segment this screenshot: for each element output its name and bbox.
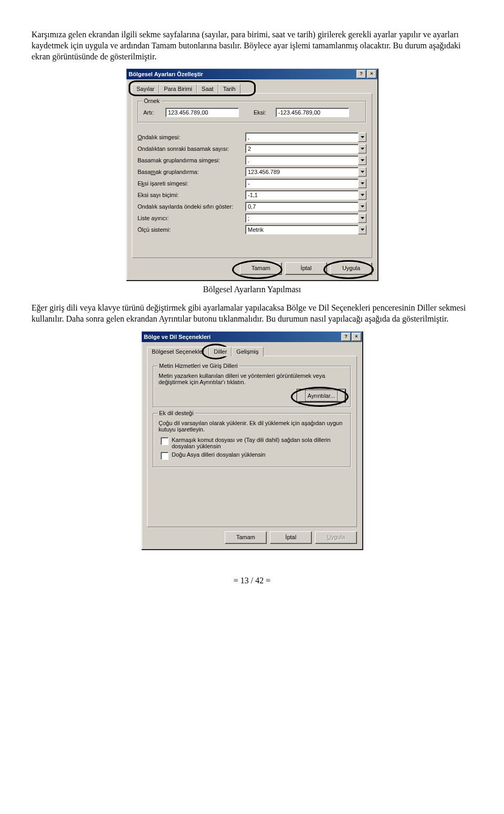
digit-grouping-label: Basamak gruplandırma:	[138, 169, 245, 175]
ok-button[interactable]: Tamam	[240, 262, 282, 275]
complex-script-label: Karmaşık komut dosyası ve (Tay dili dahi…	[172, 437, 345, 449]
svg-marker-4	[361, 182, 364, 184]
svg-marker-5	[361, 194, 364, 196]
additional-lang-title: Ek dil desteği	[158, 410, 195, 416]
complex-script-checkbox-row[interactable]: Karmaşık komut dosyası ve (Tay dili dahi…	[161, 437, 345, 449]
chevron-down-icon[interactable]	[358, 202, 366, 211]
chevron-down-icon[interactable]	[358, 179, 366, 188]
leading-zero-combo[interactable]: 0,7	[245, 202, 366, 211]
grouping-symbol-combo[interactable]: .	[245, 156, 366, 165]
chevron-down-icon[interactable]	[358, 213, 366, 223]
tab-date[interactable]: Tarih	[218, 84, 240, 94]
close-icon[interactable]: ×	[352, 333, 361, 341]
details-button[interactable]: Ayrıntılar...	[297, 389, 345, 402]
decimal-digits-combo[interactable]: 2	[245, 144, 366, 153]
negative-sample: -123.456.789,00	[276, 108, 349, 117]
list-separator-combo[interactable]: ;	[245, 213, 366, 223]
tab-panel-numbers: Örnek Artı: 123.456.789,00 Eksi: -123.45…	[132, 93, 372, 258]
additional-lang-group: Ek dil desteği Çoğu dil varsayılan olara…	[153, 413, 351, 468]
tab-numbers[interactable]: Sayılar	[132, 84, 159, 94]
text-services-group: Metin Hizmetleri ve Giriş Dilleri Metin …	[153, 366, 351, 408]
chevron-down-icon[interactable]	[358, 167, 366, 177]
checkbox-icon[interactable]	[161, 437, 169, 445]
leading-zero-label: Ondalık sayılarda öndeki sıfırı göster:	[138, 203, 245, 210]
east-asian-label: Doğu Asya dilleri dosyaları yüklensin	[172, 451, 345, 458]
checkbox-icon[interactable]	[161, 452, 169, 460]
chevron-down-icon[interactable]	[358, 144, 366, 153]
east-asian-checkbox-row[interactable]: Doğu Asya dilleri dosyaları yüklensin	[161, 451, 345, 460]
negative-format-label: Eksi sayı biçimi:	[138, 192, 245, 198]
additional-lang-desc: Çoğu dil varsayılan olarak yüklenir. Ek …	[159, 420, 345, 432]
figure-caption-1: Bölgesel Ayarların Yapılması	[32, 285, 472, 294]
svg-marker-7	[361, 217, 364, 219]
svg-marker-8	[361, 229, 364, 231]
region-language-dialog: Bölge ve Dil Seçenekleri ? × Bölgesel Se…	[141, 331, 363, 550]
sample-group-title: Örnek	[142, 98, 161, 104]
tab-currency[interactable]: Para Birimi	[159, 84, 197, 94]
apply-button[interactable]: Uygula	[315, 531, 357, 544]
text-services-desc: Metin yazarken kullanılan dilleri ve yön…	[159, 373, 345, 385]
positive-label: Artı:	[143, 109, 162, 116]
decimal-symbol-combo[interactable]: ,	[245, 132, 366, 142]
grouping-symbol-label: Basamak gruplandırma simgesi:	[138, 157, 245, 163]
text-services-title: Metin Hizmetleri ve Giriş Dilleri	[158, 363, 239, 369]
intro-paragraph-1: Karşımıza gelen ekrandan ilgili sekme sa…	[32, 29, 472, 62]
tab-time[interactable]: Saat	[197, 84, 218, 94]
titlebar[interactable]: Bölgesel Ayarları Özelleştir ? ×	[127, 69, 377, 79]
help-icon[interactable]: ?	[341, 333, 351, 341]
apply-button[interactable]: Uygula	[330, 262, 372, 275]
titlebar-text: Bölgesel Ayarları Özelleştir	[129, 71, 203, 77]
tab-strip: Bölgesel Seçenekler Diller Gelişmiş	[147, 347, 357, 356]
svg-marker-2	[361, 159, 364, 161]
negative-label: Eksi:	[254, 109, 272, 116]
negative-format-combo[interactable]: -1,1	[245, 190, 366, 200]
negative-sign-combo[interactable]: -	[245, 179, 366, 188]
page-footer: = 13 / 42 =	[32, 576, 472, 585]
positive-sample: 123.456.789,00	[165, 108, 239, 117]
help-icon[interactable]: ?	[356, 70, 366, 78]
tab-regional-options[interactable]: Bölgesel Seçenekler	[147, 347, 209, 356]
titlebar[interactable]: Bölge ve Dil Seçenekleri ? ×	[142, 332, 362, 342]
tab-languages[interactable]: Diller	[209, 347, 232, 356]
measurement-label: Ölçü sistemi:	[138, 226, 245, 233]
negative-sign-label: Eksi işareti simgesi:	[138, 180, 245, 187]
chevron-down-icon[interactable]	[358, 132, 366, 142]
svg-marker-0	[361, 136, 364, 138]
ok-button[interactable]: Tamam	[225, 531, 267, 544]
tab-panel-languages: Metin Hizmetleri ve Giriş Dilleri Metin …	[147, 356, 357, 527]
decimal-digits-label: Ondalıktan sonraki basamak sayısı:	[138, 146, 245, 152]
svg-marker-3	[361, 171, 364, 173]
chevron-down-icon[interactable]	[358, 156, 366, 165]
chevron-down-icon[interactable]	[358, 190, 366, 200]
titlebar-text: Bölge ve Dil Seçenekleri	[144, 334, 211, 340]
svg-marker-6	[361, 205, 364, 208]
svg-marker-1	[361, 148, 364, 150]
close-icon[interactable]: ×	[367, 70, 376, 78]
cancel-button[interactable]: İptal	[270, 531, 312, 544]
regional-customize-dialog: Bölgesel Ayarları Özelleştir ? × Sayılar…	[126, 68, 378, 281]
list-separator-label: Liste ayırıcı:	[138, 215, 245, 221]
digit-grouping-combo[interactable]: 123.456.789	[245, 167, 366, 177]
measurement-combo[interactable]: Metrik	[245, 225, 366, 234]
intro-paragraph-2: Eğer giriş dili veya klavye türünü değiş…	[32, 303, 472, 325]
chevron-down-icon[interactable]	[358, 225, 366, 234]
tab-advanced[interactable]: Gelişmiş	[232, 347, 263, 356]
cancel-button[interactable]: İptal	[285, 262, 327, 275]
tab-strip: Sayılar Para Birimi Saat Tarih	[132, 84, 372, 94]
decimal-symbol-label: Ondalık simgesi:	[138, 134, 245, 140]
sample-group: Örnek Artı: 123.456.789,00 Eksi: -123.45…	[138, 101, 366, 123]
